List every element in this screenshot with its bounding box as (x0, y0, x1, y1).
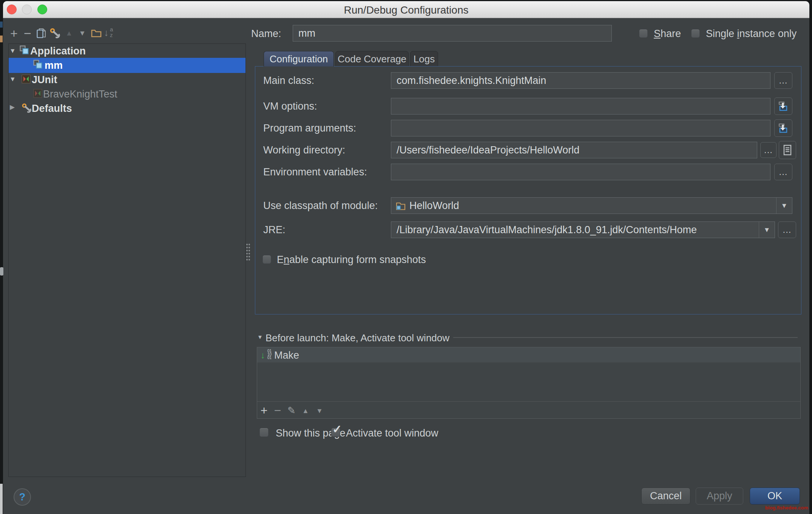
background-window-fragment (0, 22, 3, 28)
form-snapshots-checkbox[interactable] (262, 255, 271, 264)
before-launch-move-down-button[interactable]: ▼ (314, 407, 325, 415)
vm-options-label: VM options: (263, 101, 317, 112)
remove-configuration-button[interactable]: − (21, 26, 34, 40)
window-title: Run/Debug Configurations (3, 4, 809, 16)
ellipsis-icon: ... (779, 75, 787, 86)
background-scrollbar-fragment (0, 267, 3, 276)
use-classpath-label: Use classpath of module: (263, 200, 378, 211)
main-class-label: Main class: (263, 75, 314, 86)
activate-tool-window-label[interactable]: Activate tool window (346, 427, 438, 439)
program-arguments-label: Program arguments: (263, 122, 356, 134)
add-configuration-button[interactable]: + (7, 26, 21, 40)
browse-working-directory-button[interactable]: ... (760, 142, 776, 158)
working-directory-macros-button[interactable] (779, 141, 796, 159)
module-classpath-combo[interactable]: HelloWorld ▼ (391, 197, 792, 214)
browse-jre-button[interactable]: ... (778, 221, 796, 238)
list-toolbar-divider (257, 401, 800, 402)
module-classpath-value: HelloWorld (409, 200, 459, 212)
plus-icon: + (10, 26, 18, 41)
environment-variables-input[interactable] (391, 164, 770, 180)
make-compile-icon-digits: 01 10 01 (267, 349, 272, 359)
help-button[interactable]: ? (14, 488, 31, 506)
expand-program-arguments-button[interactable] (774, 119, 792, 137)
up-arrow-icon: ▲ (302, 407, 309, 415)
edit-defaults-button[interactable] (48, 26, 62, 40)
junit-icon (33, 89, 42, 98)
tab-logs[interactable]: Logs (410, 51, 438, 67)
tree-item-application-group[interactable]: Application (30, 45, 86, 57)
form-snapshots-label[interactable]: Enable capturing form snapshots (277, 254, 426, 265)
watermark-text: blog.fishedee.com (733, 505, 808, 511)
program-arguments-input[interactable] (391, 120, 770, 136)
name-label: Name: (251, 28, 281, 39)
background-right-edge (809, 0, 812, 514)
name-input[interactable] (293, 25, 612, 42)
combo-arrow-icon[interactable]: ▼ (776, 198, 792, 214)
jre-combo[interactable]: /Library/Java/JavaVirtualMachines/jdk1.8… (391, 221, 775, 238)
defaults-wrench-icon (21, 103, 32, 113)
module-folder-icon (396, 201, 406, 210)
folder-icon (91, 28, 102, 38)
pencil-icon: ✎ (287, 405, 296, 416)
tab-code-coverage[interactable]: Code Coverage (335, 51, 409, 67)
share-checkbox[interactable] (639, 29, 648, 38)
expand-vm-options-button[interactable] (774, 98, 792, 115)
minus-icon: − (274, 404, 281, 417)
working-directory-label: Working directory: (263, 144, 345, 156)
minus-icon: − (24, 26, 31, 41)
jre-label: JRE: (263, 224, 286, 235)
make-compile-icon: ↓ (261, 351, 265, 360)
collapse-section-arrow-icon[interactable]: ▼ (257, 334, 263, 340)
copy-icon (36, 28, 47, 39)
application-icon (33, 60, 42, 69)
combo-arrow-icon[interactable]: ▼ (759, 222, 775, 238)
before-launch-add-button[interactable]: + (258, 404, 270, 418)
tree-item-junit-group[interactable]: JUnit (32, 74, 57, 85)
down-arrow-icon: ▼ (316, 407, 323, 415)
sort-configurations-button[interactable]: ↓ a z (103, 26, 116, 40)
main-class-input[interactable] (391, 72, 770, 89)
before-launch-move-up-button[interactable]: ▲ (300, 407, 311, 415)
vm-options-input[interactable] (391, 98, 770, 115)
apply-button[interactable]: Apply (696, 488, 743, 505)
browse-environment-variables-button[interactable]: ... (774, 164, 792, 180)
question-icon: ? (19, 491, 26, 503)
panel-splitter-handle[interactable] (246, 243, 250, 261)
create-folder-button[interactable] (90, 26, 103, 40)
up-arrow-icon: ▲ (66, 29, 73, 37)
junit-icon (22, 74, 31, 84)
before-launch-edit-button[interactable]: ✎ (286, 405, 297, 416)
copy-configuration-button[interactable] (35, 26, 48, 40)
tree-item-defaults-group[interactable]: Defaults (32, 103, 72, 114)
before-launch-item-make[interactable] (257, 347, 800, 362)
application-icon (20, 45, 29, 54)
single-instance-checkbox[interactable] (691, 29, 700, 38)
cancel-button[interactable]: Cancel (641, 488, 690, 505)
working-directory-input[interactable] (391, 142, 757, 158)
section-divider (453, 337, 798, 338)
check-icon: ✓ (332, 423, 342, 436)
ok-button[interactable]: OK (750, 488, 800, 505)
expand-field-icon (778, 101, 788, 111)
environment-variables-label: Environment variables: (263, 166, 367, 178)
before-launch-remove-button[interactable]: − (272, 404, 283, 418)
move-up-button[interactable]: ▲ (62, 26, 76, 40)
expand-arrow-icon[interactable]: ▼ (9, 47, 16, 55)
tree-item-mm-selected[interactable]: mm (45, 60, 63, 71)
show-this-page-checkbox[interactable] (259, 428, 269, 437)
collapse-arrow-icon[interactable]: ▶ (10, 103, 15, 111)
jre-value: /Library/Java/JavaVirtualMachines/jdk1.8… (397, 224, 697, 236)
move-down-button[interactable]: ▼ (76, 26, 89, 40)
background-window-fragment (0, 36, 3, 42)
single-instance-label[interactable]: Single instance only (706, 28, 797, 39)
wrench-icon (49, 28, 60, 39)
ellipsis-icon: ... (779, 167, 787, 177)
sort-az-icon: ↓ a z (104, 27, 115, 39)
tree-item-braveknighttest[interactable]: BraveKnightTest (43, 88, 117, 100)
before-launch-title[interactable]: Before launch: Make, Activate tool windo… (266, 332, 449, 344)
expand-arrow-icon[interactable]: ▼ (9, 76, 16, 83)
tab-configuration[interactable]: Configuration (264, 51, 334, 67)
share-label[interactable]: Share (654, 28, 681, 39)
browse-main-class-button[interactable]: ... (774, 72, 792, 89)
make-item-label[interactable]: Make (274, 350, 299, 361)
